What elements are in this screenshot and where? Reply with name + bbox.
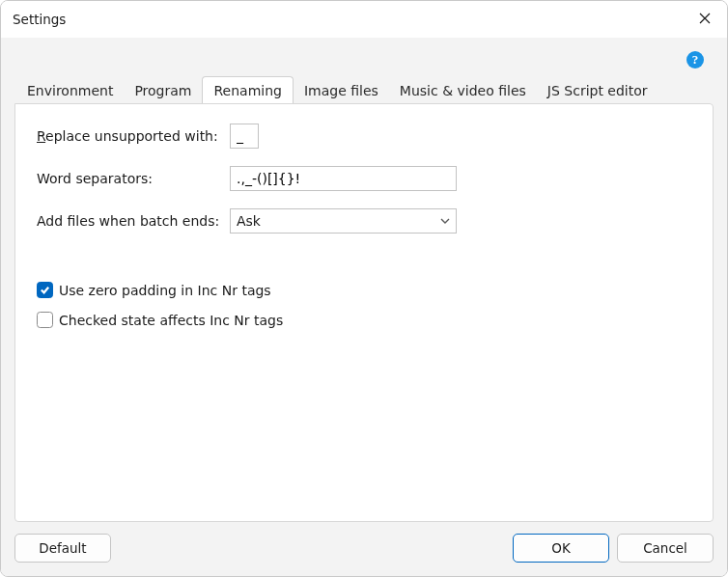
replace-unsupported-input[interactable] (230, 124, 259, 149)
tab-music-video-files[interactable]: Music & video files (389, 77, 537, 104)
button-row: Default OK Cancel (14, 534, 714, 563)
row-replace: Replace unsupported with: (31, 124, 697, 149)
close-icon (699, 12, 711, 27)
tab-environment[interactable]: Environment (16, 77, 124, 104)
label-add-files-batch-ends: Add files when batch ends: (37, 213, 230, 229)
chevron-down-icon (440, 213, 450, 229)
close-button[interactable] (683, 1, 727, 38)
batch-ends-select[interactable]: Ask (230, 208, 457, 234)
tab-panel-renaming: Replace unsupported with: Word separator… (14, 103, 714, 522)
titlebar: Settings (1, 1, 727, 38)
tab-renaming[interactable]: Renaming (202, 76, 293, 104)
tab-js-script-editor[interactable]: JS Script editor (537, 77, 658, 104)
word-separators-input[interactable] (230, 166, 457, 191)
batch-ends-value: Ask (237, 213, 440, 229)
tab-image-files[interactable]: Image files (294, 77, 389, 104)
row-batch-ends: Add files when batch ends: Ask (31, 208, 697, 234)
checkbox-checked-state-label: Checked state affects Inc Nr tags (59, 313, 283, 328)
row-separators: Word separators: (31, 166, 697, 191)
ok-button[interactable]: OK (513, 534, 609, 563)
help-row: ? (14, 49, 714, 70)
tab-area: Environment Program Renaming Image files… (14, 72, 714, 522)
window-title: Settings (13, 12, 66, 27)
checkbox-icon-unchecked (37, 312, 53, 328)
checkbox-zero-padding[interactable]: Use zero padding in Inc Nr tags (31, 282, 697, 298)
default-button[interactable]: Default (14, 534, 111, 563)
label-word-separators: Word separators: (37, 171, 230, 186)
checkbox-zero-padding-label: Use zero padding in Inc Nr tags (59, 283, 271, 298)
checkbox-checked-state[interactable]: Checked state affects Inc Nr tags (31, 312, 697, 328)
cancel-button[interactable]: Cancel (617, 534, 714, 563)
help-icon[interactable]: ? (686, 51, 704, 69)
checkbox-icon-checked (37, 282, 53, 298)
label-replace-unsupported: Replace unsupported with: (37, 128, 230, 144)
tabstrip: Environment Program Renaming Image files… (14, 72, 714, 103)
client-area: ? Environment Program Renaming Image fil… (1, 38, 727, 576)
settings-window: Settings ? Environment Program Renaming … (0, 0, 728, 577)
tab-program[interactable]: Program (124, 77, 202, 104)
